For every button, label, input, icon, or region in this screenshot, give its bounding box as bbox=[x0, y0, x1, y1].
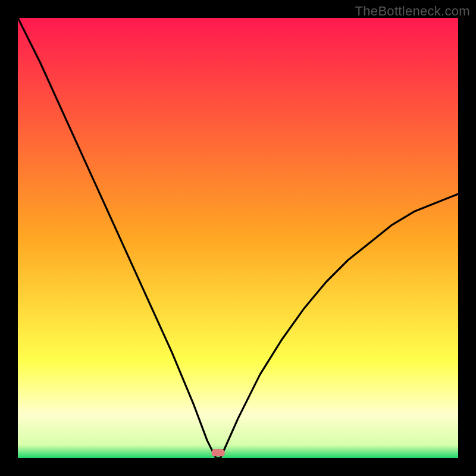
gradient-background bbox=[18, 18, 458, 458]
chart-svg bbox=[18, 18, 458, 458]
chart-frame: TheBottleneck.com bbox=[0, 0, 476, 476]
min-marker bbox=[212, 449, 225, 456]
watermark-text: TheBottleneck.com bbox=[355, 4, 470, 19]
plot-area bbox=[18, 18, 458, 458]
